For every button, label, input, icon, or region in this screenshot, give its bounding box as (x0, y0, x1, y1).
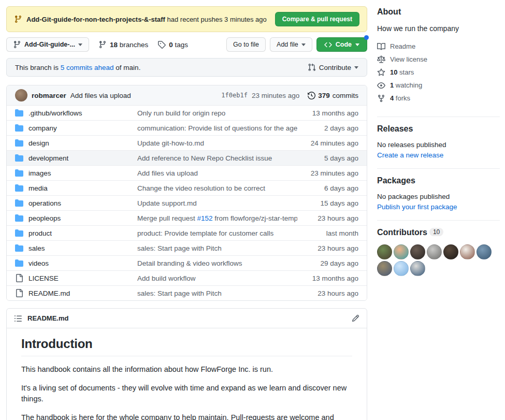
commits-ahead-link[interactable]: 5 commits ahead (61, 64, 114, 71)
file-browser: robmarcer Add files via upload 1f0eb1f 2… (6, 85, 367, 301)
folder-icon (15, 199, 23, 207)
file-commit-message-link[interactable]: product: Provide template for customer c… (137, 229, 273, 237)
about-title: About (377, 7, 500, 17)
list-icon[interactable] (14, 314, 22, 323)
file-name-link[interactable]: .github/workflows (28, 109, 82, 117)
readme-paragraph: The handbook is here for the whole compa… (21, 412, 352, 420)
file-age-link[interactable]: 24 minutes ago (311, 139, 358, 147)
contributors-count-badge: 10 (429, 228, 443, 236)
contribute-dropdown[interactable]: Contribute (308, 63, 358, 71)
file-age-link[interactable]: 23 hours ago (318, 289, 358, 297)
go-to-file-button[interactable]: Go to file (226, 37, 266, 52)
file-commit-message-link[interactable]: Detail branding & video workflows (137, 259, 242, 267)
file-age-link[interactable]: 29 days ago (320, 259, 358, 267)
publish-package-link[interactable]: Publish your first package (377, 203, 500, 211)
branch-status-text: This branch is 5 commits ahead of main. (15, 64, 140, 71)
code-button[interactable]: Code (316, 37, 367, 52)
file-commit-message-link[interactable]: communication: Provide list of questions… (137, 124, 297, 132)
recent-push-banner: Add-Git-guide-for-non-tech-projects-&-st… (6, 6, 367, 32)
file-commit-message-link[interactable]: Add build workflow (137, 274, 196, 282)
latest-commit-bar: robmarcer Add files via upload 1f0eb1f 2… (7, 85, 367, 105)
folder-icon (15, 169, 23, 177)
file-icon (15, 274, 23, 282)
file-commit-message-link[interactable]: Merge pull request (137, 214, 197, 222)
file-name-link[interactable]: development (28, 154, 68, 162)
commit-author-avatar[interactable] (15, 89, 27, 102)
file-commit-message-link[interactable]: sales: Start page with Pitch (137, 244, 222, 252)
chevron-down-icon (301, 44, 306, 46)
add-file-button[interactable]: Add file (270, 37, 312, 52)
file-age-link[interactable]: 13 months ago (312, 109, 358, 117)
repo-toolbar: Add-Git-guide-... 18 branches 0 tags Go … (6, 37, 367, 52)
file-commit-message-link[interactable]: Only run build for origin repo (137, 109, 225, 117)
file-name-link[interactable]: videos (28, 259, 49, 267)
table-row: .github/workflowsOnly run build for orig… (7, 105, 367, 120)
file-name-link[interactable]: product (28, 229, 52, 237)
chevron-down-icon (78, 44, 82, 46)
file-age-link[interactable]: 23 minutes ago (311, 169, 358, 177)
sidebar-item-watching[interactable]: 1 watching (377, 81, 500, 90)
file-name-link[interactable]: sales (28, 244, 45, 252)
packages-empty-text: No packages published (377, 193, 500, 200)
file-commit-message-link[interactable]: Update support.md (137, 199, 197, 207)
branches-link[interactable]: 18 branches (98, 40, 148, 49)
contributor-avatar[interactable] (477, 244, 492, 259)
contributor-avatar[interactable] (427, 244, 442, 259)
add-file-label: Add file (277, 41, 298, 48)
sidebar-item-stars[interactable]: 10 stars (377, 68, 500, 77)
compare-pull-request-button[interactable]: Compare & pull request (275, 12, 359, 26)
file-name-link[interactable]: media (28, 184, 48, 192)
branch-status-bar: This branch is 5 commits ahead of main. … (6, 58, 367, 77)
readme-header: README.md (7, 309, 367, 328)
file-commit-message-link[interactable]: sales: Start page with Pitch (137, 289, 222, 297)
contributor-avatar[interactable] (377, 261, 392, 276)
folder-icon (15, 229, 23, 237)
commit-author-link[interactable]: robmarcer (32, 92, 66, 99)
folder-icon (15, 124, 23, 132)
tags-link[interactable]: 0 tags (157, 40, 188, 49)
issue-link[interactable]: #152 (197, 214, 213, 222)
banner-message: had recent pushes 3 minutes ago (165, 16, 267, 23)
file-age-link[interactable]: 15 days ago (320, 199, 358, 207)
sidebar-item-view-license[interactable]: View license (377, 55, 500, 64)
file-age-link[interactable]: 23 hours ago (318, 214, 358, 222)
contributor-avatar[interactable] (460, 244, 475, 259)
contributor-avatar[interactable] (394, 261, 409, 276)
commit-sha-link[interactable]: 1f0eb1f (221, 92, 248, 99)
file-commit-message-link[interactable]: Update git-how-to.md (137, 139, 204, 147)
file-commit-message-link[interactable]: Change the video resolution to be correc… (137, 184, 265, 192)
contributors-section: Contributors10 (377, 221, 500, 285)
folder-icon (15, 154, 23, 162)
file-name-link[interactable]: images (28, 169, 51, 177)
contributor-avatar[interactable] (410, 244, 425, 259)
sidebar-item-forks[interactable]: 4 forks (377, 94, 500, 103)
commit-history-link[interactable]: 379 commits (308, 92, 358, 99)
branch-selector-dropdown[interactable]: Add-Git-guide-... (6, 37, 89, 52)
file-icon (15, 289, 23, 297)
contributor-avatar[interactable] (377, 244, 392, 259)
contributor-avatar[interactable] (394, 244, 409, 259)
file-age-link[interactable]: 6 days ago (324, 184, 358, 192)
edit-readme-button[interactable] (352, 314, 359, 322)
file-age-link[interactable]: 5 days ago (324, 154, 358, 162)
create-release-link[interactable]: Create a new release (377, 151, 500, 159)
file-age-link[interactable]: 13 months ago (312, 274, 358, 282)
file-commit-message-link[interactable]: Add files via upload (137, 169, 198, 177)
history-icon (308, 92, 315, 99)
commit-message-link[interactable]: Add files via upload (70, 92, 131, 99)
contributor-avatar[interactable] (443, 244, 458, 259)
file-name-link[interactable]: peopleops (28, 214, 61, 222)
file-name-link[interactable]: README.md (28, 289, 70, 297)
file-age-link[interactable]: 2 days ago (324, 124, 358, 132)
file-name-link[interactable]: operations (28, 199, 61, 207)
sidebar-item-readme[interactable]: Readme (377, 42, 500, 51)
file-name-link[interactable]: company (28, 124, 57, 132)
chevron-down-icon (355, 44, 359, 46)
contributor-avatar[interactable] (410, 261, 425, 276)
file-age-link[interactable]: 23 hours ago (318, 244, 358, 252)
file-age-link[interactable]: last month (326, 229, 358, 237)
file-name-link[interactable]: LICENSE (28, 274, 59, 282)
file-commit-message-link[interactable]: Add reference to New Repo Checklist issu… (137, 154, 272, 162)
file-name-link[interactable]: design (28, 139, 49, 147)
table-row: peopleopsMerge pull request #152 from fl… (7, 210, 367, 225)
